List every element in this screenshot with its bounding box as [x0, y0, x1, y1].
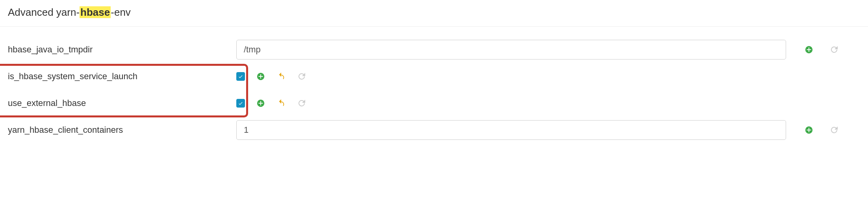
section-title-highlight: hbase: [80, 6, 111, 18]
svg-rect-11: [807, 130, 811, 130]
label-hbase-java-io-tmpdir: hbase_java_io_tmpdir: [8, 45, 228, 55]
row-hbase-java-io-tmpdir: hbase_java_io_tmpdir: [8, 36, 860, 63]
row-yarn-hbase-client-containers: yarn_hbase_client_containers: [8, 117, 860, 143]
section-title-suffix: -env: [111, 6, 131, 18]
add-icon[interactable]: [804, 45, 814, 54]
label-is-hbase-system-service-launch: is_hbase_system_service_launch: [8, 71, 228, 82]
control-yarn-hbase-client-containers: [236, 120, 860, 140]
input-hbase-java-io-tmpdir[interactable]: [236, 40, 786, 59]
redo-icon[interactable]: [297, 72, 306, 81]
svg-rect-2: [807, 49, 811, 50]
add-icon[interactable]: [256, 98, 265, 108]
checkbox-use-external-hbase[interactable]: [236, 99, 245, 108]
input-yarn-hbase-client-containers[interactable]: [236, 120, 786, 140]
redo-icon[interactable]: [829, 125, 839, 135]
form-rows: hbase_java_io_tmpdir is_hbase_system_ser…: [0, 36, 868, 143]
row-use-external-hbase: use_external_hbase: [8, 90, 860, 117]
svg-rect-8: [259, 103, 263, 104]
undo-icon[interactable]: [276, 98, 286, 108]
add-icon[interactable]: [804, 125, 814, 135]
svg-rect-5: [259, 76, 263, 77]
label-use-external-hbase: use_external_hbase: [8, 98, 228, 108]
redo-icon[interactable]: [297, 98, 306, 108]
add-icon[interactable]: [256, 72, 265, 81]
redo-icon[interactable]: [829, 45, 839, 54]
undo-icon[interactable]: [276, 72, 286, 81]
checkbox-is-hbase-system-service-launch[interactable]: [236, 72, 245, 81]
control-is-hbase-system-service-launch: [236, 72, 860, 81]
control-hbase-java-io-tmpdir: [236, 40, 860, 59]
label-yarn-hbase-client-containers: yarn_hbase_client_containers: [8, 125, 228, 135]
section-title-prefix: Advanced yarn-: [8, 6, 80, 18]
control-use-external-hbase: [236, 98, 860, 108]
section-header: Advanced yarn-hbase-env: [0, 0, 868, 27]
row-is-hbase-system-service-launch: is_hbase_system_service_launch: [8, 63, 860, 90]
